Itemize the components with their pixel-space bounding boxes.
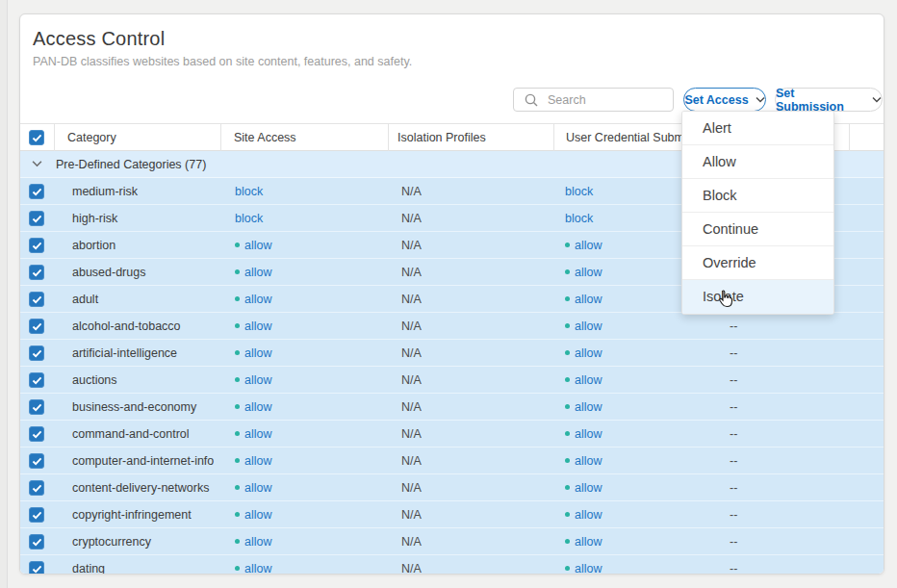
user-credential-submission-value[interactable]: allow [575, 400, 602, 414]
site-access-cell[interactable]: allow [235, 528, 272, 555]
site-access-cell[interactable]: block [235, 178, 263, 205]
user-credential-submission-value[interactable]: allow [575, 373, 602, 387]
site-access-cell[interactable]: allow [235, 367, 272, 394]
set-access-button[interactable]: Set Access [683, 88, 766, 112]
user-credential-submission-value[interactable]: allow [575, 427, 602, 441]
user-credential-submission-value[interactable]: block [565, 212, 593, 225]
user-credential-submission-cell[interactable]: allow [565, 313, 602, 340]
site-access-value[interactable]: allow [244, 400, 272, 414]
dropdown-menu-item[interactable]: Allow [682, 145, 833, 179]
site-access-cell[interactable]: allow [235, 286, 272, 313]
site-access-cell[interactable]: allow [235, 474, 272, 501]
site-access-value[interactable]: allow [244, 346, 272, 360]
column-header-site-access[interactable]: Site Access [234, 124, 296, 152]
user-credential-submission-value[interactable]: allow [575, 320, 602, 333]
isolation-profiles-cell: N/A [401, 259, 422, 286]
site-access-value[interactable]: allow [244, 320, 272, 333]
column-header-category[interactable]: Category [67, 124, 116, 152]
site-access-cell[interactable]: block [235, 205, 263, 232]
user-credential-submission-value[interactable]: allow [575, 481, 602, 495]
select-all-checkbox[interactable] [29, 130, 44, 145]
row-checkbox[interactable] [29, 426, 44, 442]
site-access-cell[interactable]: allow [235, 501, 272, 528]
row-checkbox[interactable] [29, 211, 44, 226]
user-credential-submission-value[interactable]: allow [575, 266, 602, 279]
row-checkbox[interactable] [29, 345, 44, 361]
site-access-cell[interactable]: allow [235, 394, 272, 421]
dropdown-menu-item[interactable]: Isolate [682, 280, 833, 314]
site-access-value[interactable]: allow [244, 535, 272, 549]
site-access-value[interactable]: allow [244, 373, 272, 387]
site-access-cell[interactable]: allow [235, 447, 272, 474]
table-row[interactable]: dating allow N/A allow -- [20, 555, 884, 574]
table-row[interactable]: business-and-economy allow N/A allow -- [20, 394, 884, 421]
table-row[interactable]: cryptocurrency allow N/A allow -- [20, 528, 884, 555]
dropdown-menu-item[interactable]: Alert [682, 112, 833, 145]
site-access-value[interactable]: allow [244, 562, 272, 574]
user-credential-submission-value[interactable]: allow [575, 239, 602, 252]
row-checkbox[interactable] [29, 534, 44, 550]
user-credential-submission-value[interactable]: allow [575, 454, 602, 468]
site-access-cell[interactable]: allow [235, 340, 272, 367]
user-credential-submission-value[interactable]: block [565, 185, 593, 198]
table-row[interactable]: content-delivery-networks allow N/A allo… [20, 474, 884, 501]
site-access-value[interactable]: allow [244, 266, 272, 279]
site-access-value[interactable]: allow [244, 481, 272, 495]
user-credential-submission-cell[interactable]: allow [565, 528, 602, 555]
user-credential-submission-cell[interactable]: allow [565, 367, 602, 394]
site-access-value[interactable]: allow [244, 293, 272, 306]
user-credential-submission-cell[interactable]: allow [565, 232, 602, 259]
table-row[interactable]: artificial-intelligence allow N/A allow … [20, 340, 884, 367]
user-credential-submission-value[interactable]: allow [575, 346, 602, 360]
table-row[interactable]: alcohol-and-tobacco allow N/A allow -- [20, 313, 884, 340]
row-checkbox[interactable] [29, 292, 44, 307]
chevron-down-icon[interactable] [32, 160, 42, 167]
site-access-value[interactable]: block [235, 185, 263, 198]
user-credential-submission-cell[interactable]: block [565, 205, 593, 232]
site-access-value[interactable]: allow [244, 454, 272, 468]
search-input[interactable]: Search [513, 88, 674, 112]
user-credential-submission-value[interactable]: allow [575, 293, 602, 306]
site-access-value[interactable]: allow [244, 427, 272, 441]
set-submission-button[interactable]: Set Submission [775, 88, 883, 112]
row-checkbox[interactable] [29, 480, 44, 496]
user-credential-submission-cell[interactable]: allow [565, 394, 602, 421]
user-credential-submission-cell[interactable]: allow [565, 421, 602, 447]
row-checkbox[interactable] [29, 399, 44, 415]
user-credential-submission-cell[interactable]: allow [565, 501, 602, 528]
site-access-value[interactable]: allow [244, 239, 272, 252]
user-credential-submission-value[interactable]: allow [575, 508, 602, 522]
dropdown-menu-item[interactable]: Override [682, 246, 833, 280]
site-access-cell[interactable]: allow [235, 232, 272, 259]
dropdown-menu-item[interactable]: Block [682, 179, 833, 213]
row-checkbox[interactable] [29, 319, 44, 334]
dropdown-menu-item[interactable]: Continue [682, 213, 833, 246]
row-checkbox[interactable] [29, 184, 44, 199]
site-access-value[interactable]: block [235, 212, 263, 225]
site-access-value[interactable]: allow [244, 508, 272, 522]
user-credential-submission-cell[interactable]: allow [565, 474, 602, 501]
column-header-isolation-profiles[interactable]: Isolation Profiles [397, 124, 486, 152]
table-row[interactable]: copyright-infringement allow N/A allow -… [20, 501, 884, 528]
site-access-cell[interactable]: allow [235, 555, 272, 574]
user-credential-submission-cell[interactable]: allow [565, 259, 602, 286]
row-checkbox[interactable] [29, 507, 44, 523]
row-checkbox[interactable] [29, 265, 44, 280]
user-credential-submission-value[interactable]: allow [575, 535, 602, 549]
table-row[interactable]: command-and-control allow N/A allow -- [20, 421, 884, 447]
user-credential-submission-cell[interactable]: allow [565, 286, 602, 313]
user-credential-submission-cell[interactable]: allow [565, 447, 602, 474]
user-credential-submission-value[interactable]: allow [575, 562, 602, 574]
user-credential-submission-cell[interactable]: block [565, 178, 593, 205]
table-row[interactable]: computer-and-internet-info allow N/A all… [20, 447, 884, 474]
user-credential-submission-cell[interactable]: allow [565, 340, 602, 367]
site-access-cell[interactable]: allow [235, 259, 272, 286]
table-row[interactable]: auctions allow N/A allow -- [20, 367, 884, 394]
row-checkbox[interactable] [29, 453, 44, 469]
row-checkbox[interactable] [29, 238, 44, 253]
user-credential-submission-cell[interactable]: allow [565, 555, 602, 574]
row-checkbox[interactable] [29, 372, 44, 388]
site-access-cell[interactable]: allow [235, 313, 272, 340]
row-checkbox[interactable] [29, 561, 44, 574]
site-access-cell[interactable]: allow [235, 421, 272, 447]
